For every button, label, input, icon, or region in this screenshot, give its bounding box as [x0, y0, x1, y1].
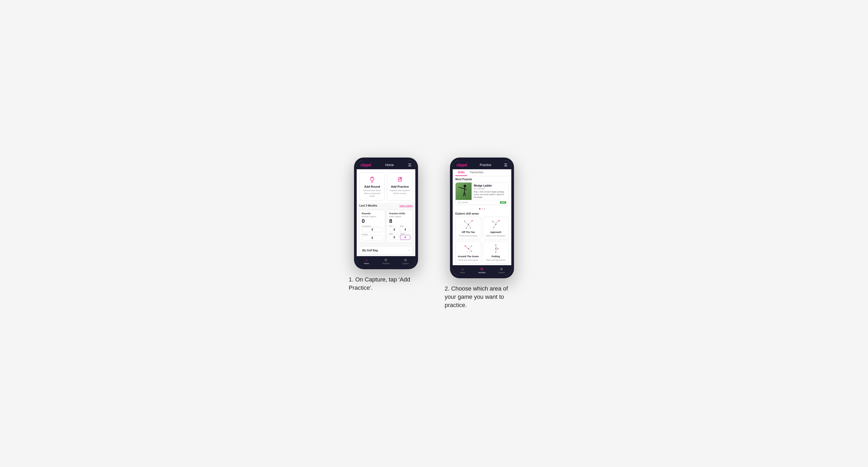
app-item: APP 4: [400, 225, 410, 232]
shots-info: 🕐 9 shots: [458, 201, 468, 204]
svg-point-40: [495, 252, 496, 253]
phone2-nav-home[interactable]: ⌂ Home: [453, 267, 472, 274]
most-popular-section: Most Popular: [453, 176, 511, 212]
view-activity-link[interactable]: View Activity: [399, 205, 413, 207]
drills-sub-grid: OTT 0 APP 4 ARG 0: [389, 225, 410, 240]
svg-line-32: [468, 246, 472, 249]
phone1-action-cards: Add Round Record your shots fast or enha…: [357, 169, 415, 203]
svg-line-31: [468, 249, 472, 251]
svg-point-33: [465, 246, 466, 247]
svg-point-21: [472, 220, 473, 221]
svg-line-16: [465, 221, 468, 224]
approach-icon: [489, 219, 502, 230]
nav-home[interactable]: ⌂ Home: [357, 258, 376, 264]
phone1-header-title: Home: [385, 163, 394, 167]
around-the-green-subtitle: Hone your short game: [458, 259, 478, 261]
featured-card-desc: Play 1 shot at each target yardage. If y…: [474, 191, 506, 198]
off-the-tee-subtitle: Power and accuracy: [459, 235, 477, 237]
add-round-card[interactable]: Add Round Record your shots fast or enha…: [359, 173, 385, 200]
phone1-hamburger-icon[interactable]: ☰: [408, 163, 412, 167]
skill-putting[interactable]: Putting Make and lag practice: [483, 241, 509, 263]
tab-favourites[interactable]: Favourites: [467, 169, 486, 176]
approach-title: Approach: [490, 231, 501, 234]
most-popular-heading: Most Popular: [455, 178, 509, 181]
skill-approach[interactable]: Approach Dial-in to hit the green: [483, 217, 509, 239]
svg-point-20: [464, 221, 465, 222]
svg-point-23: [470, 228, 471, 229]
rounds-capture-label: Rounds Capture: [362, 215, 383, 218]
phone1-frame: clippd Home ☰: [354, 158, 418, 269]
my-golf-bag[interactable]: My Golf Bag ›: [359, 246, 413, 254]
activities-icon: ⚙: [384, 258, 388, 262]
drills-stats: Practice Drills Drills Capture 8 OTT 0 A…: [387, 210, 413, 243]
svg-line-19: [468, 224, 470, 228]
capture-icon: ⊕: [404, 258, 407, 262]
phone1-header: clippd Home ☰: [357, 160, 415, 169]
skill-grid: Off The Tee Power and accuracy: [455, 217, 509, 263]
ott-value: 0: [389, 227, 399, 232]
phone1-bottom-nav: ⌂ Home ⚙ Activities ⊕ Capture: [357, 256, 415, 267]
approach-subtitle: Dial-in to hit the green: [486, 235, 505, 237]
activity-header: Last 3 Months View Activity: [357, 203, 415, 208]
tab-drills[interactable]: Drills: [455, 169, 467, 176]
svg-text:+: +: [401, 178, 401, 179]
arg-label: ARG: [389, 233, 399, 235]
app-badge: APP: [500, 201, 506, 204]
around-the-green-icon: [462, 243, 475, 254]
practice-label: Practice: [362, 234, 383, 236]
featured-image: [456, 183, 472, 200]
featured-card-footer: 🕐 9 shots APP: [456, 200, 508, 205]
tournament-label: Tournament: [362, 225, 383, 227]
svg-point-8: [464, 185, 466, 187]
add-round-title: Add Round: [364, 185, 380, 188]
featured-card[interactable]: Wedge Ladder 50–100 yds ☆ Play 1 shot at…: [455, 182, 509, 205]
drills-title: Practice Drills: [389, 212, 410, 215]
off-the-tee-title: Off The Tee: [462, 231, 475, 234]
phone2-nav-capture-label: Capture: [498, 272, 505, 274]
phone2-header: clippd Practice ☰: [453, 160, 511, 169]
ott-label: OTT: [389, 225, 399, 227]
skill-off-the-tee[interactable]: Off The Tee Power and accuracy: [455, 217, 481, 239]
putting-subtitle: Make and lag practice: [486, 259, 505, 261]
practice-value: 0: [362, 236, 383, 241]
nav-capture[interactable]: ⊕ Capture: [396, 258, 415, 264]
phone2-nav-capture[interactable]: ⊕ Capture: [492, 267, 511, 274]
star-icon[interactable]: ☆: [504, 184, 506, 187]
phone2-capture-icon: ⊕: [500, 267, 503, 271]
arg-value: 0: [389, 235, 399, 240]
rounds-stats: Rounds Rounds Capture 0 Tournament 0 Pra…: [359, 210, 385, 243]
putt-label: PUTT: [400, 233, 410, 235]
nav-activities[interactable]: ⚙ Activities: [376, 258, 396, 264]
golf-image: [456, 183, 472, 200]
phone2-hamburger-icon[interactable]: ☰: [504, 163, 507, 167]
svg-point-14: [459, 187, 460, 188]
featured-card-yds: 50–100 yds: [474, 187, 492, 190]
phone2-bottom-nav: ⌂ Home ⚙ Activities ⊕ Capture: [453, 265, 511, 276]
nav-home-label: Home: [364, 262, 369, 264]
rounds-capture-value: 0: [362, 218, 383, 224]
skill-around-the-green[interactable]: Around The Green Hone your short game: [455, 241, 481, 263]
shots-count: 9 shots: [461, 201, 468, 204]
phone2-caption: 2. Choose which area of your game you wa…: [445, 285, 519, 309]
carousel-dots: [455, 207, 509, 211]
add-practice-card[interactable]: + Add Practice Capture your practice off…: [387, 173, 413, 200]
phone2-nav-activities[interactable]: ⚙ Activities: [472, 267, 492, 274]
drills-capture-label: Drills Capture: [389, 215, 410, 218]
stats-container: Rounds Rounds Capture 0 Tournament 0 Pra…: [357, 208, 415, 244]
tabs-row: Drills Favourites: [453, 169, 511, 176]
arg-item: ARG 0: [389, 233, 399, 240]
phone2-logo: clippd: [456, 163, 467, 167]
explore-section: Explore skill areas: [453, 212, 511, 265]
add-practice-subtitle: Capture your practice off-the-course: [390, 189, 410, 195]
off-the-tee-icon: [462, 219, 475, 230]
ott-item: OTT 0: [389, 225, 399, 232]
svg-point-34: [471, 251, 472, 252]
svg-point-27: [493, 227, 494, 228]
phone1-logo: clippd: [361, 163, 371, 167]
putt-value: 4: [400, 235, 410, 240]
phone2-frame: clippd Practice ☰ Drills Favourites Most…: [450, 158, 514, 278]
svg-line-12: [460, 188, 464, 189]
dot-1: [479, 208, 480, 210]
phone1-screen: clippd Home ☰: [357, 160, 415, 267]
svg-line-18: [466, 224, 468, 228]
